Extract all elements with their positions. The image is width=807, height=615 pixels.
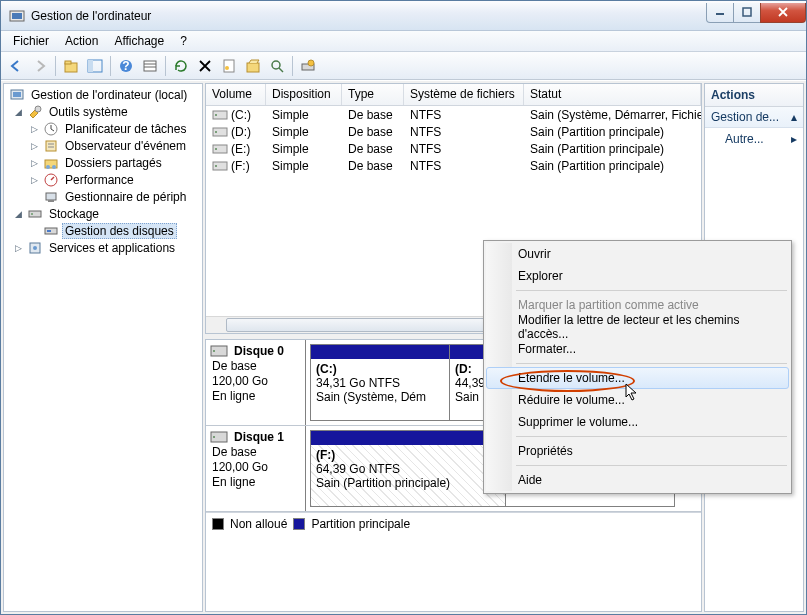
disk-icon — [210, 344, 228, 358]
search-icon[interactable] — [266, 55, 288, 77]
menu-file[interactable]: Fichier — [5, 32, 57, 50]
up-button[interactable] — [60, 55, 82, 77]
tree-services[interactable]: ▷ Services et applications — [4, 239, 202, 256]
context-help[interactable]: Aide — [486, 469, 789, 491]
services-icon — [27, 240, 43, 256]
maximize-button[interactable] — [733, 3, 761, 23]
actions-more[interactable]: Autre... ▸ — [705, 128, 803, 150]
submenu-icon: ▸ — [791, 132, 797, 146]
actions-section[interactable]: Gestion de... ▴ — [705, 107, 803, 128]
svg-rect-13 — [224, 60, 234, 72]
context-open[interactable]: Ouvrir — [486, 243, 789, 265]
menu-view[interactable]: Affichage — [106, 32, 172, 50]
svg-point-34 — [31, 213, 33, 215]
svg-point-19 — [308, 60, 314, 66]
svg-point-29 — [52, 165, 56, 169]
minimize-button[interactable] — [706, 3, 734, 23]
volume-icon — [212, 126, 228, 138]
svg-point-50 — [213, 436, 215, 438]
svg-point-22 — [35, 106, 41, 112]
svg-rect-10 — [144, 61, 156, 71]
svg-rect-36 — [47, 230, 51, 232]
svg-point-28 — [46, 165, 50, 169]
expand-icon[interactable]: ▷ — [28, 174, 40, 186]
col-disposition[interactable]: Disposition — [266, 84, 342, 105]
table-row[interactable]: (F:)SimpleDe baseNTFSSain (Partition pri… — [206, 157, 701, 174]
svg-rect-33 — [29, 211, 41, 217]
performance-icon — [43, 172, 59, 188]
svg-rect-31 — [46, 193, 56, 200]
tree-scheduler[interactable]: ▷ Planificateur de tâches — [4, 120, 202, 137]
partition[interactable]: (C:) 34,31 Go NTFS Sain (Système, Dém — [310, 344, 450, 421]
view-button[interactable] — [139, 55, 161, 77]
disk-header[interactable]: Disque 1 De base 120,00 Go En ligne — [206, 426, 306, 511]
svg-line-17 — [279, 68, 283, 72]
tree-storage[interactable]: ◢ Stockage — [4, 205, 202, 222]
disk-header[interactable]: Disque 0 De base 120,00 Go En ligne — [206, 340, 306, 425]
expand-icon[interactable]: ▷ — [28, 140, 40, 152]
tree-disk-management[interactable]: Gestion des disques — [4, 222, 202, 239]
svg-point-40 — [215, 114, 217, 116]
svg-rect-5 — [65, 61, 71, 64]
legend-swatch-unallocated — [212, 518, 224, 530]
volume-icon — [212, 143, 228, 155]
partition[interactable]: (F:) 64,39 Go NTFS Sain (Partition princ… — [310, 430, 506, 507]
expand-icon[interactable]: ▷ — [28, 123, 40, 135]
svg-rect-7 — [88, 60, 93, 72]
disk-title: Disque 0 — [234, 344, 299, 358]
help-button[interactable]: ? — [115, 55, 137, 77]
close-button[interactable] — [760, 3, 806, 23]
svg-point-14 — [225, 66, 229, 70]
open-button[interactable] — [242, 55, 264, 77]
tree-pane[interactable]: Gestion de l'ordinateur (local) ◢ Outils… — [3, 83, 203, 612]
properties-button[interactable] — [218, 55, 240, 77]
svg-point-16 — [272, 61, 280, 69]
window-title: Gestion de l'ordinateur — [31, 9, 707, 23]
window-controls — [707, 3, 806, 23]
delete-icon[interactable] — [194, 55, 216, 77]
tree-device-manager[interactable]: Gestionnaire de périph — [4, 188, 202, 205]
table-row[interactable]: (D:)SimpleDe baseNTFSSain (Partition pri… — [206, 123, 701, 140]
tree-system-tools[interactable]: ◢ Outils système — [4, 103, 202, 120]
device-icon — [43, 189, 59, 205]
context-properties[interactable]: Propriétés — [486, 440, 789, 462]
expand-icon[interactable]: ▷ — [12, 242, 24, 254]
toolbar: ? — [1, 52, 806, 80]
collapse-icon[interactable]: ◢ — [12, 106, 24, 118]
disk-mgmt-icon — [43, 223, 59, 239]
table-row[interactable]: (C:)SimpleDe baseNTFSSain (Système, Déma… — [206, 106, 701, 123]
volume-icon — [212, 109, 228, 121]
context-change-letter[interactable]: Modifier la lettre de lecteur et les che… — [486, 316, 789, 338]
titlebar[interactable]: Gestion de l'ordinateur — [1, 1, 806, 31]
scrollbar-thumb[interactable] — [226, 318, 496, 332]
collapse-icon[interactable]: ◢ — [12, 208, 24, 220]
tree-root[interactable]: Gestion de l'ordinateur (local) — [4, 86, 202, 103]
table-row[interactable]: (E:)SimpleDe baseNTFSSain (Partition pri… — [206, 140, 701, 157]
legend-swatch-primary — [293, 518, 305, 530]
col-volume[interactable]: Volume — [206, 84, 266, 105]
menu-help[interactable]: ? — [172, 32, 195, 50]
context-explore[interactable]: Explorer — [486, 265, 789, 287]
event-icon — [43, 138, 59, 154]
show-hide-tree-button[interactable] — [84, 55, 106, 77]
app-icon — [9, 8, 25, 24]
clock-icon — [43, 121, 59, 137]
context-delete-volume[interactable]: Supprimer le volume... — [486, 411, 789, 433]
context-menu: Ouvrir Explorer Marquer la partition com… — [483, 240, 792, 494]
refresh-button[interactable] — [170, 55, 192, 77]
col-filesystem[interactable]: Système de fichiers — [404, 84, 524, 105]
actions-header: Actions — [705, 84, 803, 107]
menu-action[interactable]: Action — [57, 32, 106, 50]
col-type[interactable]: Type — [342, 84, 404, 105]
shared-folder-icon — [43, 155, 59, 171]
disk-settings-button[interactable] — [297, 55, 319, 77]
expand-icon[interactable]: ▷ — [28, 157, 40, 169]
tree-shared-folders[interactable]: ▷ Dossiers partagés — [4, 154, 202, 171]
forward-button[interactable] — [29, 55, 51, 77]
back-button[interactable] — [5, 55, 27, 77]
tree-performance[interactable]: ▷ Performance — [4, 171, 202, 188]
col-status[interactable]: Statut — [524, 84, 701, 105]
tree-event-viewer[interactable]: ▷ Observateur d'événem — [4, 137, 202, 154]
legend: Non alloué Partition principale — [206, 512, 701, 534]
context-format[interactable]: Formater... — [486, 338, 789, 360]
